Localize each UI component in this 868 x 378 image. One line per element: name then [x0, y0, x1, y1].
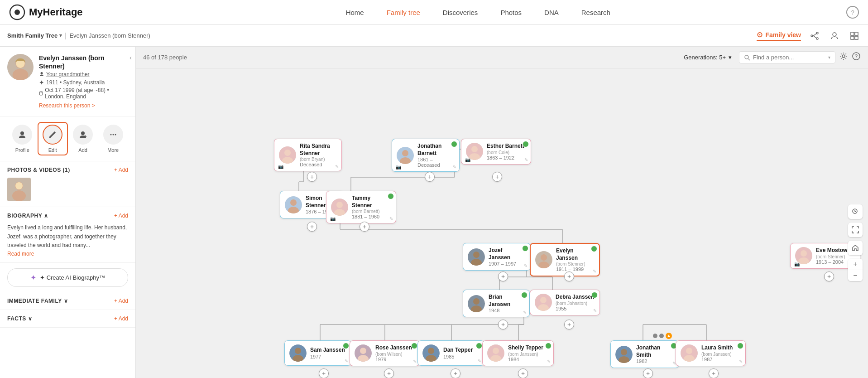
shelly-avatar — [487, 344, 504, 362]
logo[interactable]: MyHeritage — [9, 4, 83, 20]
nav-photos[interactable]: Photos — [500, 9, 522, 16]
person-card-jozef[interactable]: Jozef Janssen 1907 – 1997 ✎ — [463, 243, 531, 271]
person-card-dan[interactable]: Dan Tepper 1985 ✎ — [417, 340, 484, 366]
find-person-input[interactable] — [753, 54, 825, 61]
person-card-shelly[interactable]: Shelly Tepper (born Janssen) 1984 ✎ — [482, 340, 554, 366]
laura-name: Laura Smith — [701, 344, 741, 352]
nav-family-tree[interactable]: Family tree — [387, 9, 420, 16]
person-search-tool[interactable] — [848, 204, 863, 219]
brian-years: 1948 — [489, 308, 525, 313]
find-person-input-wrapper[interactable]: ▾ — [739, 51, 835, 63]
add-facts-link[interactable]: + Add — [114, 315, 128, 322]
edit-icon[interactable]: ✎ — [524, 263, 528, 268]
person-card-jonathan-barnett[interactable]: Jonathan Barnett 1861 – Deceased 📷 ✎ — [392, 139, 460, 172]
research-link[interactable]: Research this person > — [39, 102, 128, 109]
add-relative-jozef[interactable]: + — [498, 271, 508, 281]
edit-icon[interactable]: ✎ — [523, 310, 527, 315]
edit-button[interactable]: Edit — [38, 122, 68, 155]
nav-discoveries[interactable]: Discoveries — [443, 9, 478, 16]
grid-view-button[interactable] — [848, 29, 861, 42]
edit-icon[interactable]: ✎ — [413, 359, 417, 364]
add-relative-esther[interactable]: + — [492, 172, 502, 182]
breadcrumb-separator: | — [65, 32, 67, 40]
add-relative-dan[interactable]: + — [451, 368, 460, 378]
svg-point-1 — [14, 10, 20, 15]
family-view-button[interactable]: ⊙ Family view — [757, 30, 801, 41]
add-relative-rita[interactable]: + — [307, 172, 317, 182]
edit-icon[interactable]: ✎ — [593, 269, 596, 274]
nav-dna[interactable]: DNA — [544, 9, 559, 16]
person-card-rita[interactable]: Rita Sandra Stenner (born Bryan) Decease… — [274, 139, 342, 171]
person-card-rose[interactable]: Rose Janssen (born Wilson) 1979 ✎ — [350, 340, 420, 366]
svg-point-25 — [115, 134, 116, 136]
family-view-icon: ⊙ — [757, 30, 762, 39]
add-relative-debra[interactable]: + — [564, 320, 574, 330]
read-more-link[interactable]: Read more — [7, 251, 128, 257]
add-relative-jonathan-b[interactable]: + — [425, 172, 435, 182]
status-badge — [591, 246, 597, 252]
share-button[interactable] — [808, 29, 821, 42]
facts-title[interactable]: FACTS ∨ — [7, 315, 32, 322]
photo-thumbnail[interactable] — [7, 178, 31, 201]
person-card-laura[interactable]: Laura Smith (born Janssen) 1987 ✎ — [676, 340, 746, 366]
person-card-jonathan-smith[interactable]: Jonathan Smith 1982 ✎ — [610, 340, 679, 368]
sam-years: 1977 — [310, 354, 346, 359]
nav-research[interactable]: Research — [581, 9, 610, 16]
laura-avatar — [681, 344, 698, 362]
camera-icon: 📷 — [396, 165, 401, 170]
help-icon[interactable]: ? — [846, 6, 859, 19]
collapse-panel-button[interactable]: ‹ — [129, 54, 132, 61]
edit-icon[interactable]: ✎ — [345, 359, 348, 363]
tree-help-button[interactable]: ? — [852, 52, 861, 63]
add-relative-brian[interactable]: + — [498, 320, 508, 330]
svg-point-109 — [621, 349, 627, 355]
person-search-button[interactable] — [828, 29, 841, 42]
ai-biography-button[interactable]: ✦ ✦ Create AI Biography™ — [7, 268, 128, 287]
immediate-family-title[interactable]: IMMEDIATE FAMILY ∨ — [7, 298, 68, 304]
fullscreen-tool[interactable] — [848, 223, 863, 237]
edit-icon[interactable]: ✎ — [335, 164, 339, 169]
edit-icon[interactable]: ✎ — [524, 157, 528, 162]
svg-point-67 — [284, 150, 291, 156]
add-relative-tammy[interactable]: + — [360, 222, 369, 232]
person-card-brian[interactable]: Brian Janssen 1948 ✎ — [463, 290, 530, 317]
add-family-link[interactable]: + Add — [114, 298, 128, 304]
add-photo-link[interactable]: + Add — [114, 167, 128, 173]
tree-settings-button[interactable] — [839, 52, 848, 63]
add-bio-link[interactable]: + Add — [114, 213, 128, 219]
add-relative-eve[interactable]: + — [824, 271, 834, 281]
edit-icon[interactable]: ✎ — [389, 216, 393, 221]
person-card-evelyn[interactable]: Evelyn Janssen (born Stenner) 1911 – 199… — [530, 243, 600, 276]
svg-point-7 — [833, 33, 836, 36]
profile-button[interactable]: Profile — [7, 125, 38, 153]
edit-icon[interactable]: ✎ — [593, 308, 597, 313]
jozef-avatar — [468, 248, 485, 266]
zoom-in-button[interactable]: + — [848, 259, 863, 270]
add-icon-circle — [73, 125, 93, 145]
add-relative-rose[interactable]: + — [384, 368, 394, 378]
edit-icon[interactable]: ✎ — [478, 359, 481, 363]
person-card-sam[interactable]: Sam Janssen 1977 ✎ — [284, 340, 351, 366]
home-tool[interactable] — [848, 241, 863, 255]
add-relative-jonathan-s[interactable]: + — [643, 368, 653, 378]
edit-icon[interactable]: ✎ — [453, 165, 456, 170]
edit-icon[interactable]: ✎ — [547, 359, 551, 364]
zoom-out-button[interactable]: − — [848, 270, 863, 281]
add-relative-laura[interactable]: + — [709, 368, 719, 378]
add-button[interactable]: Add — [68, 125, 98, 153]
edit-icon[interactable]: ✎ — [739, 359, 743, 364]
ai-star-icon: ✦ — [30, 273, 36, 282]
add-relative-evelyn[interactable]: + — [564, 271, 574, 281]
add-relative-simon[interactable]: + — [307, 222, 317, 232]
person-card-tammy[interactable]: Tammy Stenner (born Barnett) 1881 – 1960… — [326, 191, 396, 223]
generations-selector[interactable]: Generations: 5+ ▾ — [684, 54, 732, 61]
person-name: Evelyn Janssen (born Stenner) — [39, 54, 128, 70]
add-relative-sam[interactable]: + — [319, 368, 329, 378]
person-card-esther[interactable]: Esther Barnett (born Cole) 1863 – 1922 📷… — [461, 139, 531, 165]
person-card-debra[interactable]: Debra Janssen (born Johnston) 1955 ✎ — [530, 290, 600, 315]
nav-home[interactable]: Home — [346, 9, 364, 16]
tree-name[interactable]: Smith Family Tree ▾ — [7, 32, 62, 39]
more-button[interactable]: More — [98, 125, 128, 153]
svg-point-97 — [295, 348, 301, 354]
add-relative-shelly[interactable]: + — [518, 368, 528, 378]
